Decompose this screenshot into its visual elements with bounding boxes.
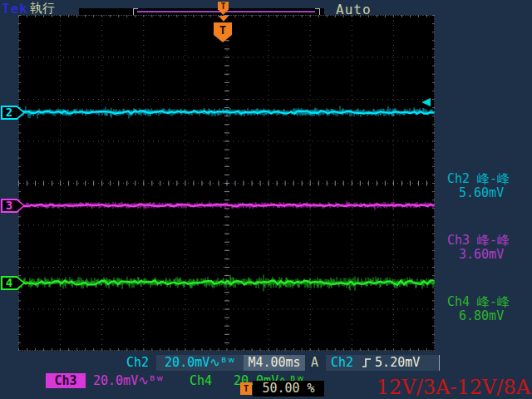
status-trigger-readout: Ch25.20mV bbox=[326, 355, 440, 371]
status-trigger-level: 5.20mV bbox=[375, 355, 420, 370]
channel-2-position-marker: 2 bbox=[1, 106, 25, 120]
graticule bbox=[18, 15, 435, 351]
trigger-position-icon: T bbox=[240, 382, 252, 395]
waveform-display bbox=[18, 15, 435, 351]
channel-2-marker-number: 2 bbox=[1, 106, 17, 120]
oscilloscope-screen: { "header": { "brand": "Tek", "run_statu… bbox=[0, 0, 532, 399]
rising-edge-icon bbox=[362, 357, 372, 368]
status-ch3-label: Ch3 bbox=[46, 373, 86, 388]
measurement-ch2-label: Ch2 峰-峰 bbox=[447, 172, 530, 186]
channel-4-position-marker: 4 bbox=[1, 276, 25, 290]
status-ch4-label: Ch4 bbox=[190, 373, 212, 388]
measurement-ch3-label: Ch3 峰-峰 bbox=[447, 234, 530, 248]
channel-3-marker-number: 3 bbox=[1, 199, 17, 213]
status-trigger-source: Ch2 bbox=[326, 355, 353, 370]
channel-3-position-marker: 3 bbox=[1, 199, 25, 213]
measurement-ch3-peak-to-peak: Ch3 峰-峰 3.60mV bbox=[447, 234, 530, 262]
measurement-ch4-value: 6.80mV bbox=[447, 309, 530, 323]
measurement-ch2-value: 5.60mV bbox=[447, 186, 530, 200]
measurement-ch4-label: Ch4 峰-峰 bbox=[447, 295, 530, 309]
measurement-ch2-peak-to-peak: Ch2 峰-峰 5.60mV bbox=[447, 172, 530, 200]
status-acquire-indicator: A bbox=[311, 355, 318, 371]
status-timebase: M4.00ms bbox=[244, 355, 305, 371]
measurement-ch3-value: 3.60mV bbox=[447, 248, 530, 262]
status-ch2-scale: 20.0mV∿ᴮʷ bbox=[156, 355, 244, 371]
channel-4-marker-number: 4 bbox=[1, 276, 17, 290]
status-ch2-label: Ch2 bbox=[126, 355, 149, 371]
test-condition-annotation: 12V/3A-12V/8A bbox=[377, 376, 530, 399]
trigger-position-arrow-icon bbox=[219, 16, 229, 22]
trigger-level-arrow-icon bbox=[421, 98, 431, 106]
trigger-position-readout: 50.00 % bbox=[253, 381, 324, 397]
status-ch3-scale: 20.0mV∿ᴮʷ bbox=[93, 373, 164, 388]
measurement-ch4-peak-to-peak: Ch4 峰-峰 6.80mV bbox=[447, 295, 530, 323]
